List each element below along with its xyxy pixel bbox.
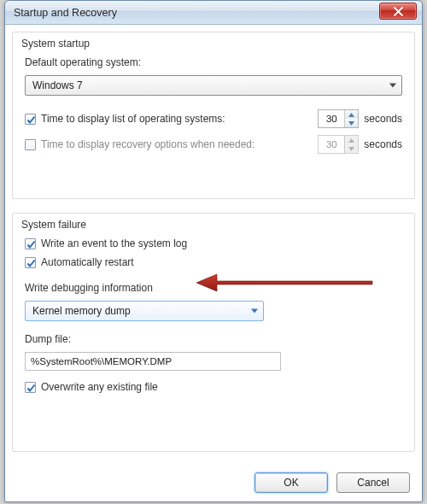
display-os-list-checkbox[interactable] [25,114,36,125]
system-failure-label: System failure [21,219,86,231]
dump-type-value: Kernel memory dump [32,305,131,317]
spinner-down-button[interactable] [345,119,358,127]
write-event-label: Write an event to the system log [41,237,187,249]
display-os-list-value: 30 [319,110,344,127]
dump-file-value: %SystemRoot%\MEMORY.DMP [31,356,172,366]
dump-type-select[interactable]: Kernel memory dump [25,301,264,321]
display-recovery-value: 30 [319,136,344,153]
default-os-value: Windows 7 [32,79,83,91]
seconds-label-2: seconds [364,138,402,150]
spinner-up-button-disabled [345,136,358,144]
titlebar[interactable]: Startup and Recovery [5,1,422,25]
system-failure-group: System failure Write an event to the sys… [12,213,415,452]
display-recovery-checkbox[interactable] [25,139,36,150]
display-os-list-label: Time to display list of operating system… [41,113,313,125]
startup-recovery-dialog: Startup and Recovery System startup Defa… [4,0,423,502]
close-icon [394,7,403,16]
cancel-button[interactable]: Cancel [336,472,410,493]
close-button[interactable] [379,3,417,20]
display-recovery-spinner: 30 [318,135,359,154]
display-recovery-label: Time to display recovery options when ne… [41,138,313,150]
button-bar: OK Cancel [254,472,410,493]
auto-restart-label: Automatically restart [41,256,134,268]
overwrite-label: Overwrite any existing file [41,381,158,393]
chevron-down-icon [389,84,396,88]
spinner-up-button[interactable] [345,110,358,119]
dump-file-input[interactable]: %SystemRoot%\MEMORY.DMP [25,352,281,371]
ok-button[interactable]: OK [254,472,328,493]
chevron-down-icon [251,309,258,314]
seconds-label-1: seconds [364,113,402,125]
write-debug-label: Write debugging information [25,282,153,294]
spinner-down-button-disabled [345,144,358,153]
display-os-list-spinner[interactable]: 30 [318,109,359,128]
default-os-label: Default operating system: [25,56,141,68]
overwrite-checkbox[interactable] [25,382,36,393]
auto-restart-checkbox[interactable] [25,257,36,268]
default-os-select[interactable]: Windows 7 [25,75,402,96]
window-title: Startup and Recovery [14,7,117,19]
system-startup-group: System startup Default operating system:… [12,32,415,199]
system-startup-label: System startup [21,38,90,50]
write-event-checkbox[interactable] [25,238,36,249]
dump-file-label: Dump file: [25,333,71,345]
